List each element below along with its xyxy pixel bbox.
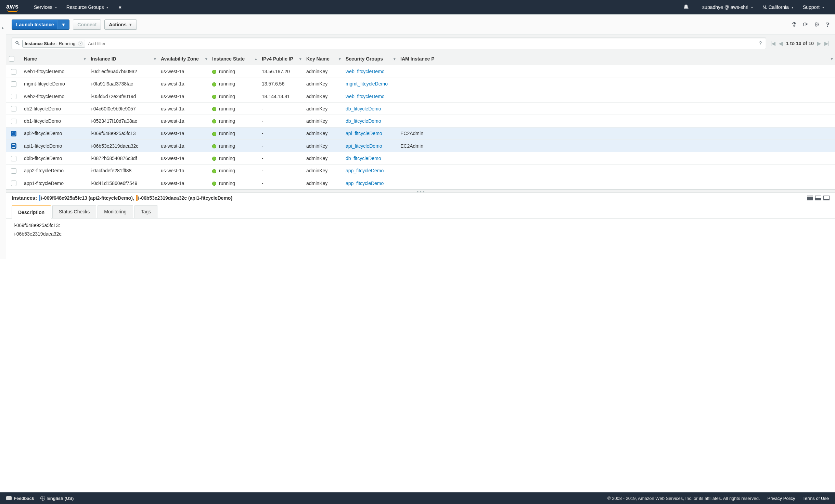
col-security-groups[interactable]: Security Groups▾: [343, 52, 398, 65]
cell-availability-zone: us-west-1a: [158, 115, 209, 127]
pager-prev-icon[interactable]: ◀: [779, 41, 783, 46]
row-checkbox[interactable]: [11, 181, 16, 186]
tab-tags[interactable]: Tags: [134, 205, 158, 218]
cell-public-ip: -: [259, 127, 304, 140]
refresh-icon[interactable]: ⟳: [803, 21, 808, 28]
security-group-link[interactable]: api_fitcycleDemo: [346, 143, 382, 149]
nav-account-label: supadhye @ aws-shri: [702, 4, 748, 10]
col-instance-state[interactable]: Instance State▴: [209, 52, 259, 65]
tab-description[interactable]: Description: [12, 205, 51, 218]
table-row[interactable]: api2-fitcycleDemoi-069f648e925a5fc13us-w…: [6, 127, 835, 140]
cell-availability-zone: us-west-1a: [158, 177, 209, 189]
cell-instance-state: running: [209, 140, 259, 152]
row-checkbox[interactable]: [11, 168, 16, 174]
experiments-icon[interactable]: ⚗︎: [791, 21, 797, 28]
row-checkbox[interactable]: [11, 143, 16, 149]
col-public-ip[interactable]: IPv4 Public IP▾: [259, 52, 304, 65]
table-row[interactable]: db2-fitcycleDemoi-04c60f0e9b9fe9057us-we…: [6, 103, 835, 115]
help-icon[interactable]: ❓︎: [826, 21, 830, 28]
col-key-name[interactable]: Key Name▾: [304, 52, 343, 65]
sort-icon: ▾: [299, 56, 301, 61]
cell-security-groups: web_fitcycleDemo: [343, 90, 398, 102]
tab-status-checks[interactable]: Status Checks: [52, 205, 96, 218]
table-row[interactable]: app1-fitcycleDemoi-0d41d15860e6f7549us-w…: [6, 177, 835, 189]
sort-icon: ▴: [255, 56, 257, 61]
nav-support-label: Support: [803, 4, 820, 10]
pager-next-icon[interactable]: ▶: [817, 41, 821, 46]
cell-public-ip: -: [259, 164, 304, 177]
row-checkbox[interactable]: [11, 156, 16, 161]
table-row[interactable]: web2-fitcycleDemoi-05fd5d72e24f8019dus-w…: [6, 90, 835, 102]
cell-instance-state: running: [209, 103, 259, 115]
security-group-link[interactable]: db_fitcycleDemo: [346, 156, 381, 161]
launch-instance-button[interactable]: Launch Instance ▼: [12, 19, 69, 30]
col-name[interactable]: Name▾: [21, 52, 88, 65]
pager-first-icon[interactable]: |◀: [770, 41, 775, 46]
settings-icon[interactable]: ⚙: [814, 21, 820, 28]
table-row[interactable]: mgmt-fitcycleDemoi-0fa91f9aaf3738facus-w…: [6, 78, 835, 90]
connect-button[interactable]: Connect: [73, 19, 101, 30]
layout-half-icon[interactable]: [815, 196, 821, 200]
sidebar-expand-handle[interactable]: ▸: [0, 15, 6, 259]
sort-icon: ▾: [831, 56, 833, 61]
col-instance-id[interactable]: Instance ID▾: [88, 52, 158, 65]
tab-monitoring[interactable]: Monitoring: [98, 205, 133, 218]
row-checkbox[interactable]: [11, 94, 16, 99]
row-checkbox[interactable]: [11, 81, 16, 87]
cell-availability-zone: us-west-1a: [158, 90, 209, 102]
cell-key-name: adminKey: [304, 177, 343, 189]
detail-line-2: i-06b53e2319daea32c:: [14, 230, 827, 238]
caret-down-icon: ▾: [55, 5, 57, 9]
table-row[interactable]: web1-fitcycleDemoi-0d1ecf86ad7b609a2us-w…: [6, 65, 835, 78]
remove-filter-icon[interactable]: ×: [78, 41, 83, 46]
col-iam-instance-profile[interactable]: IAM Instance P▾: [398, 52, 835, 65]
row-checkbox[interactable]: [11, 119, 16, 124]
security-group-link[interactable]: app_fitcycleDemo: [346, 181, 384, 186]
cell-key-name: adminKey: [304, 140, 343, 152]
aws-logo[interactable]: aws: [6, 3, 19, 11]
row-checkbox[interactable]: [11, 131, 16, 136]
filter-help-icon[interactable]: ？: [758, 40, 763, 47]
row-checkbox[interactable]: [11, 69, 16, 75]
security-group-link[interactable]: web_fitcycleDemo: [346, 69, 385, 74]
table-row[interactable]: app2-fitcycleDemoi-0acfadefe281fff88us-w…: [6, 164, 835, 177]
table-row[interactable]: dblb-fitcycleDemoi-0872b58540876c3dfus-w…: [6, 152, 835, 164]
security-group-link[interactable]: app_fitcycleDemo: [346, 168, 384, 173]
actions-button[interactable]: Actions▼: [104, 19, 137, 30]
filter-chip-instance-state[interactable]: Instance State : Running ×: [22, 40, 85, 48]
security-group-link[interactable]: web_fitcycleDemo: [346, 94, 385, 99]
layout-min-icon[interactable]: [823, 196, 830, 200]
nav-resource-groups[interactable]: Resource Groups▾: [62, 0, 113, 14]
layout-full-icon[interactable]: [807, 196, 813, 200]
table-row[interactable]: db1-fitcycleDemoi-0523417f10d7a08aeus-we…: [6, 115, 835, 127]
security-group-link[interactable]: api_fitcycleDemo: [346, 131, 382, 136]
nav-account[interactable]: supadhye @ aws-shri▾: [697, 0, 758, 14]
col-availability-zone[interactable]: Availability Zone▾: [158, 52, 209, 65]
sort-icon: ▾: [205, 56, 207, 61]
pager-last-icon[interactable]: ▶|: [824, 41, 830, 46]
cell-instance-id: i-0d41d15860e6f7549: [88, 177, 158, 189]
chevron-right-icon: ▸: [2, 25, 4, 30]
nav-services[interactable]: Services▾: [29, 0, 62, 14]
cell-key-name: adminKey: [304, 90, 343, 102]
toolbar-right: ⚗︎ ⟳ ⚙ ❓︎: [791, 21, 830, 28]
pane-splitter[interactable]: ● ● ●: [6, 189, 835, 193]
cell-security-groups: web_fitcycleDemo: [343, 65, 398, 78]
table-row[interactable]: api1-fitcycleDemoi-06b53e2319daea32cus-w…: [6, 140, 835, 152]
security-group-link[interactable]: db_fitcycleDemo: [346, 118, 381, 124]
cell-iam-profile: [398, 115, 835, 127]
select-all-checkbox[interactable]: [9, 56, 14, 62]
launch-instance-dropdown[interactable]: ▼: [57, 20, 69, 29]
nav-support[interactable]: Support▾: [798, 0, 829, 14]
nav-notifications[interactable]: 🔔︎: [678, 0, 697, 14]
detail-body: i-069f648e925a5fc13: i-06b53e2319daea32c…: [6, 218, 835, 259]
nav-region[interactable]: N. California▾: [758, 0, 798, 14]
security-group-link[interactable]: db_fitcycleDemo: [346, 106, 381, 111]
security-group-link[interactable]: mgmt_fitcycleDemo: [346, 81, 388, 87]
filter-box[interactable]: 🔍︎ Instance State : Running × ？: [12, 38, 766, 49]
cell-name: web2-fitcycleDemo: [21, 90, 88, 102]
nav-pin[interactable]: ✦: [113, 0, 127, 14]
filter-input[interactable]: [87, 41, 758, 47]
row-checkbox[interactable]: [11, 106, 16, 111]
state-running-icon: [212, 182, 216, 186]
